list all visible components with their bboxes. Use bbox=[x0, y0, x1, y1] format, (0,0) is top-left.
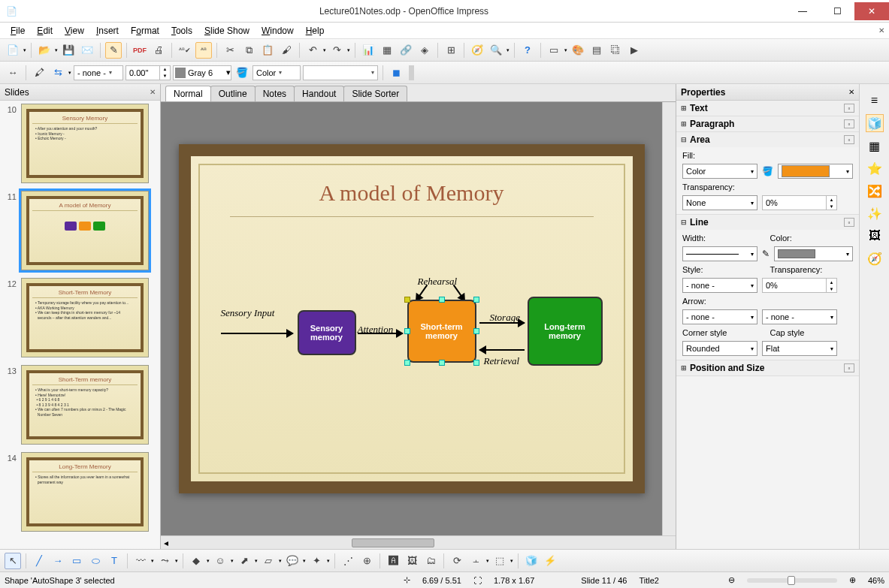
slide-thumb-12[interactable]: Short-Term Memory• Temporary storage fac… bbox=[21, 278, 149, 357]
fromfile-tool[interactable]: 🖼 bbox=[404, 553, 420, 569]
fill-color-dropdown[interactable]: ▾ bbox=[778, 164, 853, 179]
line-trans-spinner[interactable]: 0%▲▼ bbox=[762, 278, 837, 293]
selection-handle[interactable] bbox=[404, 328, 410, 334]
slide-thumb-11[interactable]: A model of Memory bbox=[21, 191, 149, 270]
connector-tool[interactable]: ⤳ bbox=[156, 553, 173, 569]
arrow-tool[interactable]: → bbox=[50, 553, 66, 569]
format-paint-button[interactable]: 🖌 bbox=[278, 42, 295, 59]
menu-edit[interactable]: Edit bbox=[31, 26, 59, 36]
sidebar-transition-icon[interactable]: 🔀 bbox=[866, 182, 884, 200]
fill-type-dropdown[interactable]: Color▾ bbox=[682, 164, 757, 179]
edit-button[interactable]: ✎ bbox=[105, 42, 122, 59]
help-button[interactable]: ? bbox=[519, 42, 536, 59]
blockarrows-tool[interactable]: ⬈ bbox=[236, 553, 252, 569]
properties-close-icon[interactable]: ✕ bbox=[848, 88, 854, 96]
fillbucket-icon[interactable]: 🪣 bbox=[762, 166, 773, 176]
menu-tools[interactable]: Tools bbox=[165, 26, 198, 36]
pdf-button[interactable]: PDF bbox=[132, 42, 148, 59]
selection-handle[interactable] bbox=[439, 297, 445, 303]
chart-button[interactable]: 📊 bbox=[360, 42, 376, 59]
slidelayout-button[interactable]: ▤ bbox=[588, 42, 605, 59]
slideshow-button[interactable]: ▶ bbox=[626, 42, 643, 59]
stars-tool[interactable]: ✦ bbox=[308, 553, 325, 569]
sidebar-styles-icon[interactable]: ✨ bbox=[866, 204, 884, 222]
extrusion-tool[interactable]: 🧊 bbox=[523, 553, 540, 569]
prop-section-area[interactable]: ⊟Area▫ bbox=[676, 132, 859, 147]
doc-close-icon[interactable]: ✕ bbox=[878, 26, 884, 35]
menu-help[interactable]: Help bbox=[300, 26, 331, 36]
navigator-button[interactable]: ◈ bbox=[416, 42, 433, 59]
menu-slideshow[interactable]: Slide Show bbox=[198, 26, 256, 36]
cut-button[interactable]: ✂ bbox=[222, 42, 238, 59]
zoom-button[interactable]: 🔍 bbox=[488, 42, 504, 59]
email-button[interactable]: ✉️ bbox=[79, 42, 95, 59]
redo-button[interactable]: ↷ bbox=[328, 42, 345, 59]
linewidth-spinner[interactable]: 0.00"▲▼ bbox=[125, 65, 171, 80]
autospell-button[interactable]: ᴬᴮ bbox=[195, 42, 212, 59]
flowchart-tool[interactable]: ▱ bbox=[260, 553, 277, 569]
sidebar-gallery-icon[interactable]: 🖼 bbox=[866, 227, 884, 245]
fontwork-tool[interactable]: 🅰 bbox=[385, 553, 401, 569]
slidedesign-button[interactable]: 🎨 bbox=[570, 42, 586, 59]
sidebar-master-icon[interactable]: ▦ bbox=[866, 137, 884, 155]
text-tool[interactable]: T bbox=[106, 553, 122, 569]
slides-button[interactable]: ▭ bbox=[546, 42, 562, 59]
menu-format[interactable]: Format bbox=[125, 26, 165, 36]
slide-thumb-10[interactable]: Sensory Memory• After you attention and … bbox=[21, 104, 149, 183]
linecolor-dropdown[interactable]: Gray 6▾ bbox=[173, 65, 231, 80]
glue-tool[interactable]: ⊕ bbox=[358, 553, 375, 569]
selection-handle[interactable] bbox=[404, 297, 410, 303]
slides-panel-close-icon[interactable]: ✕ bbox=[150, 88, 156, 96]
slide-canvas[interactable]: A model of Memory Sensory Input Attentio… bbox=[161, 102, 662, 535]
area-trans-spinner[interactable]: 0%▲▼ bbox=[762, 195, 837, 210]
line-style-dropdown[interactable]: - none -▾ bbox=[682, 278, 757, 293]
vertical-scrollbar[interactable] bbox=[662, 102, 676, 535]
zoom-out-button[interactable]: ⊖ bbox=[728, 575, 735, 585]
undo-button[interactable]: ↶ bbox=[304, 42, 321, 59]
selection-handle[interactable] bbox=[473, 360, 479, 366]
selection-handle[interactable] bbox=[439, 360, 445, 366]
arrowends-button[interactable]: ↔ bbox=[5, 65, 21, 81]
menu-view[interactable]: View bbox=[59, 26, 90, 36]
slide-thumb-13[interactable]: Short-Term memory• What is your short-te… bbox=[21, 365, 149, 445]
table-button[interactable]: ▦ bbox=[379, 42, 395, 59]
filltype-dropdown[interactable]: Color▾ bbox=[252, 65, 301, 80]
diagram-box-short[interactable]: Short-term memory bbox=[407, 300, 476, 363]
save-button[interactable]: 💾 bbox=[60, 42, 77, 59]
slides-list[interactable]: 10 Sensory Memory• After you attention a… bbox=[0, 101, 160, 549]
zoom-in-button[interactable]: ⊕ bbox=[849, 575, 856, 585]
curve-tool[interactable]: 〰 bbox=[132, 553, 149, 569]
print-button[interactable]: 🖨 bbox=[150, 42, 167, 59]
arrowstyle-button[interactable]: ⇆ bbox=[50, 65, 66, 81]
points-tool[interactable]: ⋰ bbox=[340, 553, 356, 569]
zoom-slider[interactable] bbox=[747, 578, 837, 583]
callouts-tool[interactable]: 💬 bbox=[284, 553, 301, 569]
line-color-dropdown[interactable]: ▾ bbox=[774, 246, 853, 261]
interaction-tool[interactable]: ⚡ bbox=[542, 553, 558, 569]
maximize-button[interactable]: ☐ bbox=[820, 2, 854, 20]
linestyle-dropdown[interactable]: - none -▾ bbox=[74, 65, 123, 80]
diagram-box-sensory[interactable]: Sensory memory bbox=[298, 310, 356, 355]
tab-slidesorter[interactable]: Slide Sorter bbox=[343, 86, 407, 101]
selection-handle[interactable] bbox=[404, 360, 410, 366]
paste-button[interactable]: 📋 bbox=[259, 42, 276, 59]
prop-section-line[interactable]: ⊟Line▫ bbox=[676, 215, 859, 230]
selection-handle[interactable] bbox=[473, 328, 479, 334]
prop-section-text[interactable]: ⊞Text▫ bbox=[676, 101, 859, 116]
copy-button[interactable]: ⧉ bbox=[240, 42, 257, 59]
tab-handout[interactable]: Handout bbox=[294, 86, 344, 101]
nav-button[interactable]: 🧭 bbox=[469, 42, 485, 59]
prop-section-pos[interactable]: ⊞Position and Size▫ bbox=[676, 360, 859, 375]
duplicate-button[interactable]: ⿻ bbox=[607, 42, 624, 59]
fillbucket-button[interactable]: 🪣 bbox=[234, 65, 250, 81]
hyperlink-button[interactable]: 🔗 bbox=[398, 42, 414, 59]
sidebar-menu-icon[interactable]: ≡ bbox=[866, 92, 884, 110]
close-button[interactable]: ✕ bbox=[854, 2, 889, 20]
arrow-right-dropdown[interactable]: - none -▾ bbox=[762, 309, 837, 324]
toolbar-handle[interactable] bbox=[409, 65, 414, 80]
sidebar-properties-icon[interactable]: 🧊 bbox=[866, 114, 884, 132]
tab-normal[interactable]: Normal bbox=[165, 86, 211, 101]
basicshapes-tool[interactable]: ◆ bbox=[188, 553, 204, 569]
status-zoom[interactable]: 46% bbox=[868, 576, 884, 585]
align-tool[interactable]: ⫠ bbox=[467, 553, 484, 569]
